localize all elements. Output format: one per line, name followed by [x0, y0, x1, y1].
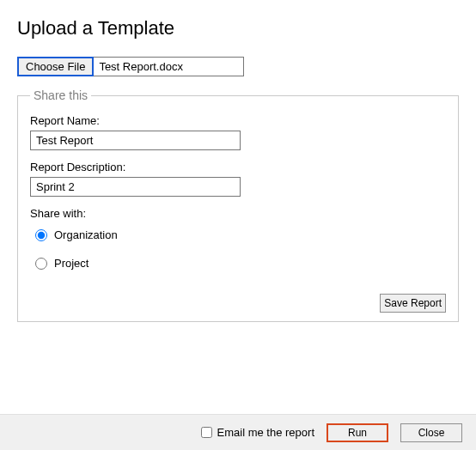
- radio-project[interactable]: Project: [35, 257, 446, 270]
- report-description-label: Report Description:: [30, 161, 446, 173]
- radio-organization-label: Organization: [54, 228, 118, 241]
- save-report-button[interactable]: Save Report: [380, 294, 446, 313]
- selected-file-name: Test Report.docx: [94, 57, 244, 76]
- share-legend: Share this: [30, 88, 91, 102]
- share-with-label: Share with:: [30, 207, 446, 220]
- footer-bar: Email me the report Run Close: [0, 414, 476, 450]
- radio-organization-input[interactable]: [35, 229, 47, 241]
- email-me-checkbox[interactable]: Email me the report: [201, 426, 314, 439]
- report-description-input[interactable]: [30, 177, 241, 197]
- report-name-input[interactable]: [30, 131, 241, 150]
- share-with-radio-group: Organization Project: [30, 228, 446, 270]
- report-name-label: Report Name:: [30, 114, 446, 127]
- run-button[interactable]: Run: [326, 423, 388, 442]
- choose-file-button[interactable]: Choose File: [17, 57, 94, 76]
- email-me-label: Email me the report: [217, 426, 314, 439]
- email-me-checkbox-input[interactable]: [201, 427, 212, 438]
- page-title: Upload a Template: [17, 17, 459, 40]
- share-this-fieldset: Share this Report Name: Report Descripti…: [17, 88, 459, 322]
- radio-project-input[interactable]: [35, 258, 47, 270]
- close-button[interactable]: Close: [400, 423, 462, 442]
- file-picker: Choose File Test Report.docx: [17, 57, 459, 76]
- radio-project-label: Project: [54, 257, 88, 270]
- radio-organization[interactable]: Organization: [35, 228, 446, 241]
